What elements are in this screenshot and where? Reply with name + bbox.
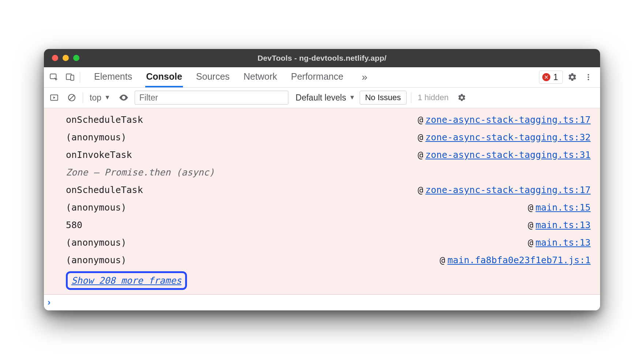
tab-sources[interactable]: Sources	[195, 67, 231, 87]
stack-frame: (anonymous)@zone-async-stack-tagging.ts:…	[66, 129, 591, 146]
stack-frame: (anonymous)@main.fa8bfa0e23f1eb71.js:1	[66, 252, 591, 269]
stack-frame-link[interactable]: main.ts:13	[535, 237, 591, 248]
device-toolbar-icon[interactable]	[64, 71, 77, 84]
tab-performance[interactable]: Performance	[290, 67, 344, 87]
at-symbol: @	[440, 255, 445, 265]
show-more-frames-link[interactable]: Show 208 more frames	[66, 271, 187, 290]
stack-frame: onScheduleTask@zone-async-stack-tagging.…	[66, 181, 591, 199]
stack-frame-link[interactable]: zone-async-stack-tagging.ts:17	[425, 114, 591, 125]
traffic-lights	[44, 55, 79, 61]
stack-frame-source: @zone-async-stack-tagging.ts:17	[418, 181, 591, 199]
error-icon	[542, 73, 550, 81]
at-symbol: @	[418, 132, 423, 143]
at-symbol: @	[418, 150, 423, 160]
context-selector[interactable]: top ▼	[87, 93, 113, 103]
settings-icon[interactable]	[566, 71, 579, 84]
tab-network[interactable]: Network	[243, 67, 278, 87]
stack-frame: 580@main.ts:13	[66, 216, 591, 234]
stack-frame: (anonymous)@main.ts:15	[66, 199, 591, 216]
log-levels-label: Default levels	[296, 93, 346, 103]
stack-frame-link[interactable]: zone-async-stack-tagging.ts:32	[425, 132, 591, 143]
stack-frame-function: onScheduleTask	[66, 181, 143, 199]
stack-frame-function: (anonymous)	[66, 129, 127, 146]
stack-frame-function: Zone — Promise.then (async)	[66, 164, 214, 181]
chevron-down-icon: ▼	[349, 94, 355, 101]
maximize-window-button[interactable]	[73, 55, 79, 61]
stack-frame-source: @main.ts:15	[528, 199, 591, 216]
svg-point-4	[588, 76, 589, 78]
chevron-down-icon: ▼	[104, 94, 111, 101]
panel-tabs-bar: Elements Console Sources Network Perform…	[44, 67, 600, 88]
window-title: DevTools - ng-devtools.netlify.app/	[44, 54, 600, 63]
prompt-caret-icon: ›	[48, 297, 50, 307]
stack-frame-source: @zone-async-stack-tagging.ts:32	[418, 129, 591, 146]
console-prompt[interactable]: ›	[44, 294, 600, 310]
tab-elements[interactable]: Elements	[93, 67, 133, 87]
stack-frame-link[interactable]: zone-async-stack-tagging.ts:31	[425, 150, 591, 160]
console-toolbar: top ▼ Default levels ▼ No Issues 1 hidde…	[44, 88, 600, 108]
svg-rect-0	[50, 74, 56, 79]
at-symbol: @	[418, 185, 423, 195]
separator	[83, 92, 83, 103]
stack-frame-function: (anonymous)	[66, 234, 127, 252]
filter-input[interactable]	[135, 91, 288, 105]
clear-console-icon[interactable]	[65, 91, 78, 104]
error-count: 1	[553, 72, 558, 82]
stack-frame-function: onScheduleTask	[66, 111, 143, 129]
stack-frame-link[interactable]: main.fa8bfa0e23f1eb71.js:1	[448, 255, 591, 265]
stack-frame-source: @main.fa8bfa0e23f1eb71.js:1	[440, 252, 591, 269]
stack-frame-function: 580	[66, 216, 82, 234]
stack-frame: onScheduleTask@zone-async-stack-tagging.…	[66, 111, 591, 129]
titlebar: DevTools - ng-devtools.netlify.app/	[44, 49, 600, 67]
inspect-element-icon[interactable]	[48, 71, 61, 84]
at-symbol: @	[418, 114, 423, 125]
hidden-messages-label: 1 hidden	[416, 93, 451, 102]
separator	[411, 92, 411, 103]
stack-frame-function: (anonymous)	[66, 252, 127, 269]
kebab-menu-icon[interactable]	[582, 71, 595, 84]
close-window-button[interactable]	[52, 55, 58, 61]
stack-frame-link[interactable]: main.ts:15	[535, 202, 591, 213]
stack-frame-source: @zone-async-stack-tagging.ts:31	[418, 146, 591, 164]
stack-frame: onInvokeTask@zone-async-stack-tagging.ts…	[66, 146, 591, 164]
more-tabs-button[interactable]: »	[358, 71, 371, 84]
svg-point-3	[588, 74, 589, 76]
chevron-double-right-icon: »	[362, 71, 368, 83]
stack-frame-link[interactable]: zone-async-stack-tagging.ts:17	[425, 185, 591, 195]
minimize-window-button[interactable]	[63, 55, 69, 61]
stack-async-separator: Zone — Promise.then (async)	[66, 164, 591, 181]
panel-tabs: Elements Console Sources Network Perform…	[93, 67, 344, 87]
context-label: top	[90, 93, 101, 103]
at-symbol: @	[528, 237, 533, 248]
at-symbol: @	[528, 202, 533, 213]
separator	[80, 72, 80, 83]
stack-frame-source: @zone-async-stack-tagging.ts:17	[418, 111, 591, 129]
at-symbol: @	[528, 220, 533, 230]
stack-frame-function: onInvokeTask	[66, 146, 132, 164]
live-expression-icon[interactable]	[117, 91, 130, 104]
log-levels-selector[interactable]: Default levels ▼	[296, 93, 355, 103]
toggle-sidebar-icon[interactable]	[48, 91, 61, 104]
stack-frame-source: @main.ts:13	[528, 216, 591, 234]
tab-console[interactable]: Console	[145, 67, 183, 87]
stack-frame-link[interactable]: main.ts:13	[535, 220, 591, 230]
console-settings-icon[interactable]	[455, 91, 468, 104]
svg-point-8	[123, 97, 124, 99]
stack-frame-function: (anonymous)	[66, 199, 127, 216]
stack-frame: (anonymous)@main.ts:13	[66, 234, 591, 252]
stack-trace: onScheduleTask@zone-async-stack-tagging.…	[44, 108, 600, 294]
svg-point-5	[588, 79, 589, 80]
stack-frame-source: @main.ts:13	[528, 234, 591, 252]
svg-rect-2	[71, 75, 74, 80]
error-count-badge[interactable]: 1	[539, 71, 563, 84]
devtools-window: DevTools - ng-devtools.netlify.app/ Elem…	[44, 49, 600, 310]
issues-button[interactable]: No Issues	[360, 91, 407, 105]
